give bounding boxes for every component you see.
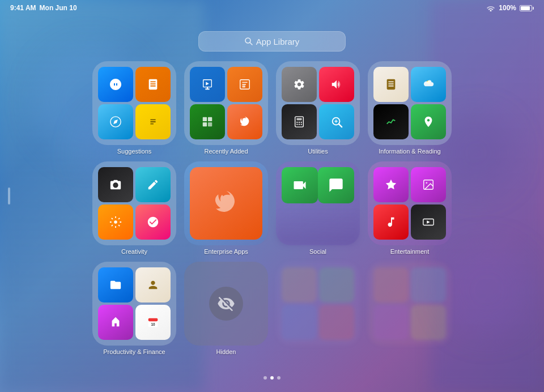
- folder-box-blurred-2: [368, 262, 452, 346]
- folder-label-hidden: Hidden: [216, 348, 236, 355]
- icon-apple-tv: [411, 204, 446, 240]
- folder-utilities[interactable]: Utilities: [276, 61, 360, 155]
- folder-blurred-1: [276, 262, 360, 355]
- svg-rect-20: [296, 118, 301, 121]
- icon-blurred-1b: [319, 267, 354, 302]
- folder-label-enterprise-apps: Enterprise Apps: [204, 248, 248, 255]
- dot-2-active: [270, 376, 274, 380]
- icon-top-lists: [373, 167, 409, 202]
- social-blur-bottom: [276, 211, 360, 245]
- date: Mon Jun 10: [40, 4, 77, 12]
- icon-books: [135, 67, 171, 102]
- svg-point-23: [301, 122, 302, 123]
- icon-blurred-1c: [282, 305, 317, 340]
- svg-point-33: [114, 220, 117, 224]
- folder-entertainment[interactable]: Entertainment: [368, 161, 452, 255]
- svg-rect-14: [242, 86, 245, 88]
- svg-line-28: [339, 124, 342, 127]
- icon-settings: [282, 67, 317, 102]
- folder-box-blurred-1: [276, 262, 360, 346]
- folder-label-social: Social: [309, 248, 326, 255]
- svg-point-26: [301, 123, 302, 125]
- icon-freeform: [135, 167, 171, 202]
- search-bar-container[interactable]: App Library: [198, 31, 346, 52]
- folder-box-recently-added[interactable]: [184, 61, 268, 145]
- svg-point-24: [296, 123, 298, 125]
- icon-shortcuts: [98, 305, 133, 340]
- folder-label-creativity: Creativity: [121, 248, 147, 255]
- svg-marker-38: [427, 220, 430, 224]
- icon-messages: [318, 167, 354, 203]
- icon-extra-creativity: [135, 204, 171, 240]
- folder-enterprise-apps[interactable]: Enterprise Apps: [184, 161, 268, 255]
- icon-find-my: [411, 104, 446, 139]
- folder-box-information-reading[interactable]: [368, 61, 452, 145]
- icon-calendar: 10: [135, 305, 171, 340]
- folder-recently-added[interactable]: Recently Added: [184, 61, 268, 155]
- icon-notes: [135, 104, 171, 139]
- folder-label-entertainment: Entertainment: [390, 248, 429, 255]
- battery-icon: [520, 5, 534, 11]
- search-bar[interactable]: App Library: [198, 31, 346, 52]
- svg-point-21: [296, 122, 298, 123]
- app-grid: Suggestions: [92, 61, 452, 355]
- folder-information-reading[interactable]: Information & Reading: [368, 61, 452, 155]
- icon-numbers: [190, 104, 225, 139]
- status-left: 9:41 AM Mon Jun 10: [10, 4, 77, 12]
- icon-facetime: [282, 167, 318, 203]
- dot-1: [264, 376, 267, 380]
- icon-blurred-1d: [319, 305, 354, 340]
- folder-suggestions[interactable]: Suggestions: [92, 61, 176, 155]
- bg-decor-3: [442, 245, 533, 335]
- status-bar: 9:41 AM Mon Jun 10 100%: [0, 0, 544, 16]
- icon-swift-enterprise: [190, 167, 262, 240]
- icon-swift: [227, 104, 262, 139]
- icon-weather: [411, 67, 446, 102]
- icon-app-store: [98, 67, 133, 102]
- svg-marker-10: [206, 82, 209, 85]
- svg-point-36: [426, 182, 427, 184]
- folder-box-productivity-finance[interactable]: 10: [92, 262, 176, 346]
- folder-label-utilities: Utilities: [308, 148, 328, 155]
- folder-box-social[interactable]: [276, 161, 360, 245]
- icon-calculator: [282, 104, 317, 139]
- folder-label-information-reading: Information & Reading: [379, 148, 440, 155]
- eye-slash-icon: [217, 295, 235, 313]
- icon-blurred-2d: [411, 305, 446, 340]
- icon-photos: [98, 204, 133, 240]
- svg-rect-17: [203, 122, 207, 126]
- svg-text:10: 10: [151, 322, 155, 326]
- icon-files: [98, 267, 133, 302]
- dot-3: [277, 376, 280, 380]
- icon-blurred-2b: [411, 267, 446, 302]
- folder-blurred-2: [368, 262, 452, 355]
- folder-productivity-finance[interactable]: 10 Productivity & Finance: [92, 262, 176, 355]
- icon-photo-albums: [411, 167, 446, 202]
- folder-box-creativity[interactable]: [92, 161, 176, 245]
- folder-social[interactable]: Social: [276, 161, 360, 255]
- icon-contacts: [135, 267, 171, 302]
- icon-music: [373, 204, 409, 240]
- folder-hidden[interactable]: Hidden: [184, 262, 268, 355]
- folder-box-utilities[interactable]: [276, 61, 360, 145]
- icon-keynote: [190, 67, 225, 102]
- icon-blurred-2c: [373, 305, 409, 340]
- folder-box-hidden[interactable]: [184, 262, 268, 346]
- svg-marker-34: [386, 180, 396, 189]
- left-side-indicator: [8, 188, 10, 204]
- folder-creativity[interactable]: Creativity: [92, 161, 176, 255]
- icon-camera: [98, 167, 133, 202]
- folder-box-entertainment[interactable]: [368, 161, 452, 245]
- battery-percent: 100%: [499, 4, 516, 12]
- svg-rect-15: [203, 117, 207, 121]
- time: 9:41 AM: [10, 4, 36, 12]
- icon-blurred-1a: [282, 267, 317, 302]
- svg-rect-40: [148, 318, 158, 322]
- folder-label-productivity-finance: Productivity & Finance: [103, 348, 165, 355]
- folder-box-enterprise-apps[interactable]: [184, 161, 268, 245]
- search-placeholder: App Library: [256, 37, 300, 46]
- icon-magnifier: [319, 104, 354, 139]
- page-dot-indicator: [264, 376, 280, 380]
- folder-box-suggestions[interactable]: [92, 61, 176, 145]
- status-right: 100%: [486, 4, 534, 12]
